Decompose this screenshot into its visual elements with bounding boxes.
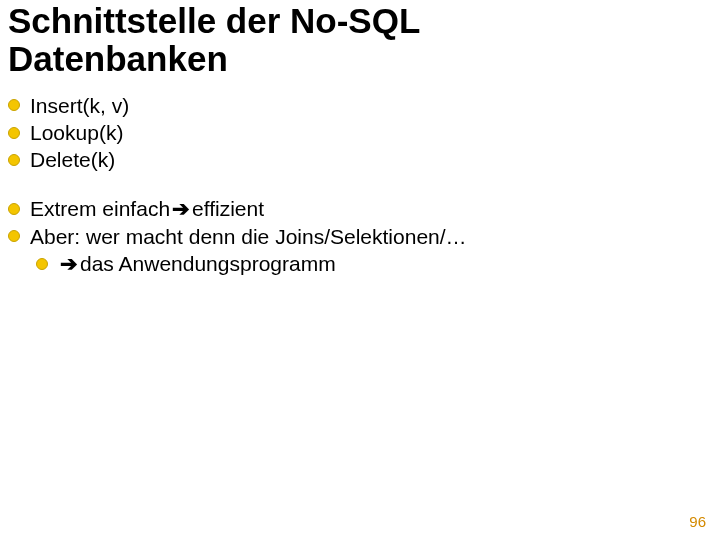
arrow-right-icon: ➔ (58, 250, 80, 277)
item-text: Insert(k, v) (30, 92, 129, 119)
slide: Schnittstelle der No-SQL Datenbanken Ins… (0, 0, 720, 540)
bullet-icon (8, 127, 20, 139)
bullet-list: Insert(k, v) Lookup(k) Delete(k) Extrem … (8, 92, 712, 278)
item-text: Lookup(k) (30, 119, 123, 146)
list-item: Delete(k) (8, 146, 712, 173)
bullet-icon (8, 203, 20, 215)
slide-title: Schnittstelle der No-SQL Datenbanken (8, 0, 712, 78)
bullet-icon (8, 99, 20, 111)
item-text: Aber: wer macht denn die Joins/Selektion… (30, 223, 467, 250)
item-text-pre: Extrem einfach (30, 195, 170, 222)
title-line-2: Datenbanken (8, 39, 228, 78)
subitem-text: das Anwendungsprogramm (80, 250, 336, 277)
bullet-icon (8, 230, 20, 242)
title-line-1: Schnittstelle der No-SQL (8, 1, 420, 40)
arrow-right-icon: ➔ (170, 195, 192, 222)
list-item: Lookup(k) (8, 119, 712, 146)
item-text-post: effizient (192, 195, 264, 222)
bullet-icon (8, 154, 20, 166)
item-text: Delete(k) (30, 146, 115, 173)
page-number: 96 (689, 513, 706, 530)
bullet-icon (36, 258, 48, 270)
list-item: Insert(k, v) (8, 92, 712, 119)
list-subitem: ➔ das Anwendungsprogramm (36, 250, 712, 277)
list-item: Aber: wer macht denn die Joins/Selektion… (8, 223, 712, 250)
spacer (8, 173, 712, 195)
list-item: Extrem einfach ➔ effizient (8, 195, 712, 222)
